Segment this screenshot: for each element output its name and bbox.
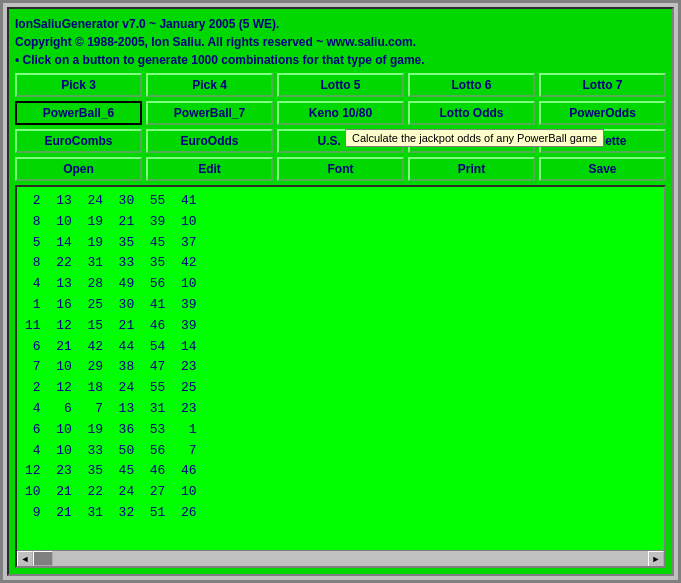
data-scroll[interactable]: 2 13 24 30 55 41 8 10 19 21 39 10 5 14 1… [17,187,664,550]
print-button[interactable]: Print [408,157,535,181]
open-button[interactable]: Open [15,157,142,181]
app-instruction: • Click on a button to generate 1000 com… [15,51,666,69]
lotto7-button[interactable]: Lotto 7 [539,73,666,97]
powerball6-button[interactable]: PowerBall_6 [15,101,142,125]
eurocombs-button[interactable]: EuroCombs [15,129,142,153]
action-row: Open Edit Font Print Save [15,157,666,181]
powerodds-button[interactable]: PowerOdds [539,101,666,125]
lotto5-button[interactable]: Lotto 5 [277,73,404,97]
scroll-right-button[interactable]: ► [648,551,664,567]
keno-button[interactable]: Keno 10/80 [277,101,404,125]
scroll-thumb[interactable] [33,551,53,566]
edit-button[interactable]: Edit [146,157,273,181]
lotto6-button[interactable]: Lotto 6 [408,73,535,97]
button-row-2: PowerBall_6 PowerBall_7 Keno 10/80 Lotto… [15,101,666,125]
data-table: 2 13 24 30 55 41 8 10 19 21 39 10 5 14 1… [25,191,656,524]
outer-frame: IonSaliuGenerator v7.0 ~ January 2005 (5… [0,0,681,583]
euroodds-button[interactable]: EuroOdds [146,129,273,153]
pick4-button[interactable]: Pick 4 [146,73,273,97]
pick3-button[interactable]: Pick 3 [15,73,142,97]
inner-frame: IonSaliuGenerator v7.0 ~ January 2005 (5… [7,7,674,576]
horizontal-scrollbar[interactable]: ◄ ► [17,550,664,566]
button-row-3-container: EuroCombs EuroOdds U.S. Bet Horses Roule… [15,129,666,153]
save-button[interactable]: Save [539,157,666,181]
button-row-1: Pick 3 Pick 4 Lotto 5 Lotto 6 Lotto 7 [15,73,666,97]
data-area: 2 13 24 30 55 41 8 10 19 21 39 10 5 14 1… [15,185,666,568]
powerball7-button[interactable]: PowerBall_7 [146,101,273,125]
scroll-track[interactable] [33,551,648,566]
font-button[interactable]: Font [277,157,404,181]
app-info: IonSaliuGenerator v7.0 ~ January 2005 (5… [15,15,666,69]
app-copyright: Copyright © 1988-2005, Ion Saliu. All ri… [15,33,666,51]
scroll-left-button[interactable]: ◄ [17,551,33,567]
lottoodds-button[interactable]: Lotto Odds [408,101,535,125]
app-title: IonSaliuGenerator v7.0 ~ January 2005 (5… [15,15,666,33]
tooltip: Calculate the jackpot odds of any PowerB… [345,129,604,147]
